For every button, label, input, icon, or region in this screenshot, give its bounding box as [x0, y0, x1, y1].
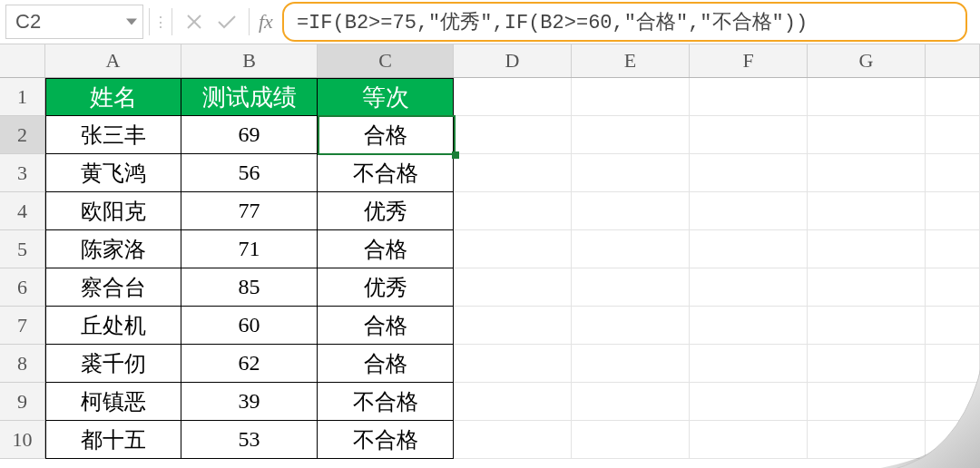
cancel-formula-button[interactable] — [178, 5, 211, 38]
cell-G5[interactable] — [808, 230, 926, 268]
cell-blank[interactable] — [926, 383, 980, 421]
column-header-F[interactable]: F — [690, 44, 808, 77]
cell-D6[interactable] — [454, 268, 572, 307]
row-header-6[interactable]: 6 — [0, 268, 45, 307]
cell-C4[interactable]: 优秀 — [318, 192, 454, 230]
cell-F4[interactable] — [690, 192, 808, 230]
cell-B4[interactable]: 77 — [181, 192, 318, 230]
cell-F7[interactable] — [690, 307, 808, 345]
formula-input[interactable]: =IF(B2>=75,"优秀",IF(B2>=60,"合格","不合格")) — [282, 2, 967, 42]
cell-blank[interactable] — [926, 307, 980, 345]
cell-F6[interactable] — [690, 268, 808, 307]
cell-E2[interactable] — [572, 116, 690, 154]
cell-D10[interactable] — [454, 421, 572, 459]
column-header-C[interactable]: C — [318, 44, 454, 77]
cell-E10[interactable] — [572, 421, 690, 459]
cell-F9[interactable] — [690, 383, 808, 421]
chevron-down-icon[interactable] — [126, 19, 137, 25]
cell-F10[interactable] — [690, 421, 808, 459]
cell-B2[interactable]: 69 — [181, 116, 318, 154]
cell-A10[interactable]: 都十五 — [45, 421, 181, 459]
cell-blank[interactable] — [926, 192, 980, 230]
cell-E8[interactable] — [572, 345, 690, 383]
cell-A6[interactable]: 察合台 — [45, 268, 181, 307]
row-header-2[interactable]: 2 — [0, 116, 45, 154]
cell-blank[interactable] — [926, 230, 980, 268]
cell-D1[interactable] — [454, 78, 572, 116]
cell-C2[interactable]: 合格 — [318, 116, 454, 154]
cell-G7[interactable] — [808, 307, 926, 345]
row-header-1[interactable]: 1 — [0, 78, 45, 116]
cell-G8[interactable] — [808, 345, 926, 383]
fx-label[interactable]: fx — [255, 10, 282, 34]
cell-D2[interactable] — [454, 116, 572, 154]
cell-G6[interactable] — [808, 268, 926, 307]
cell-E3[interactable] — [572, 154, 690, 192]
cell-C5[interactable]: 合格 — [318, 230, 454, 268]
cell-A4[interactable]: 欧阳克 — [45, 192, 181, 230]
cell-G3[interactable] — [808, 154, 926, 192]
cell-A8[interactable]: 裘千仞 — [45, 345, 181, 383]
cell-F8[interactable] — [690, 345, 808, 383]
row-header-5[interactable]: 5 — [0, 230, 45, 268]
cell-blank[interactable] — [926, 154, 980, 192]
cell-C3[interactable]: 不合格 — [318, 154, 454, 192]
cell-E6[interactable] — [572, 268, 690, 307]
cell-E1[interactable] — [572, 78, 690, 116]
cell-B7[interactable]: 60 — [181, 307, 318, 345]
cell-C1[interactable]: 等次 — [318, 78, 454, 116]
cell-C10[interactable]: 不合格 — [318, 421, 454, 459]
accept-formula-button[interactable] — [211, 5, 243, 38]
cell-E5[interactable] — [572, 230, 690, 268]
column-header-D[interactable]: D — [454, 44, 572, 77]
cell-B5[interactable]: 71 — [181, 230, 318, 268]
cell-G4[interactable] — [808, 192, 926, 230]
cell-B8[interactable]: 62 — [181, 345, 318, 383]
cell-C8[interactable]: 合格 — [318, 345, 454, 383]
cell-F2[interactable] — [690, 116, 808, 154]
row-header-7[interactable]: 7 — [0, 307, 45, 345]
cell-A7[interactable]: 丘处机 — [45, 307, 181, 345]
cell-A1[interactable]: 姓名 — [45, 78, 181, 116]
cell-B9[interactable]: 39 — [181, 383, 318, 421]
cell-C6[interactable]: 优秀 — [318, 268, 454, 307]
cell-A5[interactable]: 陈家洛 — [45, 230, 181, 268]
cell-D7[interactable] — [454, 307, 572, 345]
cell-blank[interactable] — [926, 345, 980, 383]
column-header-A[interactable]: A — [45, 44, 181, 77]
cell-B10[interactable]: 53 — [181, 421, 318, 459]
cell-G9[interactable] — [808, 383, 926, 421]
cell-A2[interactable]: 张三丰 — [45, 116, 181, 154]
row-header-8[interactable]: 8 — [0, 345, 45, 383]
cell-blank[interactable] — [926, 116, 980, 154]
cell-B3[interactable]: 56 — [181, 154, 318, 192]
cell-E4[interactable] — [572, 192, 690, 230]
select-all-corner[interactable] — [0, 44, 45, 77]
name-box[interactable]: C2 — [5, 5, 143, 39]
cell-D9[interactable] — [454, 383, 572, 421]
cell-A9[interactable]: 柯镇恶 — [45, 383, 181, 421]
row-header-9[interactable]: 9 — [0, 383, 45, 421]
cell-E7[interactable] — [572, 307, 690, 345]
row-header-10[interactable]: 10 — [0, 421, 45, 459]
cell-C7[interactable]: 合格 — [318, 307, 454, 345]
cell-D5[interactable] — [454, 230, 572, 268]
cell-D4[interactable] — [454, 192, 572, 230]
drag-handle-icon[interactable]: ⋮ — [155, 14, 166, 31]
cell-G10[interactable] — [808, 421, 926, 459]
cell-F1[interactable] — [690, 78, 808, 116]
column-header-E[interactable]: E — [572, 44, 690, 77]
column-header-B[interactable]: B — [181, 44, 318, 77]
cell-B1[interactable]: 测试成绩 — [181, 78, 318, 116]
cell-D8[interactable] — [454, 345, 572, 383]
cell-blank[interactable] — [926, 421, 980, 459]
row-header-3[interactable]: 3 — [0, 154, 45, 192]
cell-blank[interactable] — [926, 78, 980, 116]
cell-A3[interactable]: 黄飞鸿 — [45, 154, 181, 192]
cell-C9[interactable]: 不合格 — [318, 383, 454, 421]
cell-G1[interactable] — [808, 78, 926, 116]
cell-F3[interactable] — [690, 154, 808, 192]
cell-G2[interactable] — [808, 116, 926, 154]
cell-F5[interactable] — [690, 230, 808, 268]
row-header-4[interactable]: 4 — [0, 192, 45, 230]
